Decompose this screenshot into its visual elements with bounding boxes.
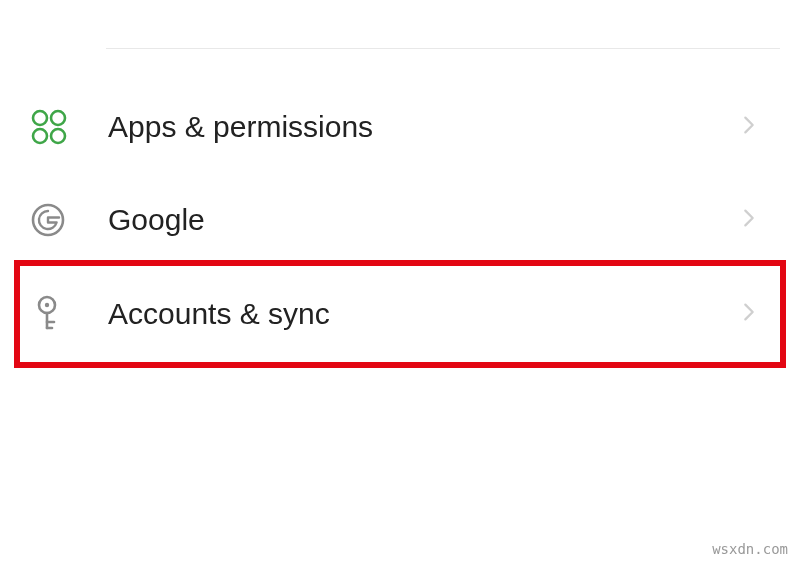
- svg-point-3: [51, 129, 65, 143]
- watermark-text: wsxdn.com: [712, 541, 788, 557]
- settings-item-apps-permissions[interactable]: Apps & permissions: [20, 80, 780, 174]
- apps-icon: [30, 108, 80, 146]
- chevron-right-icon: [738, 207, 760, 233]
- chevron-right-icon: [738, 114, 760, 140]
- settings-item-label: Apps & permissions: [80, 110, 738, 144]
- settings-item-google[interactable]: Google: [20, 174, 780, 266]
- settings-item-label: Accounts & sync: [80, 297, 738, 331]
- key-icon: [30, 294, 80, 334]
- settings-item-label: Google: [80, 203, 738, 237]
- svg-point-6: [45, 303, 49, 307]
- chevron-right-icon: [738, 301, 760, 327]
- settings-item-accounts-sync[interactable]: Accounts & sync: [14, 260, 786, 368]
- svg-point-2: [33, 129, 47, 143]
- divider: [106, 48, 780, 49]
- google-icon: [30, 202, 80, 238]
- svg-point-1: [51, 111, 65, 125]
- settings-list: Apps & permissions Google: [0, 0, 800, 368]
- svg-point-0: [33, 111, 47, 125]
